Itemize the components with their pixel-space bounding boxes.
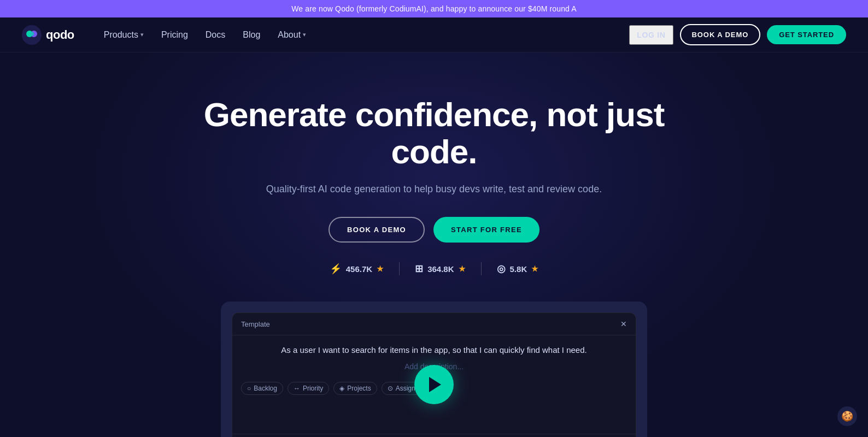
demo-card-container: Template ✕ As a user I want to search fo… xyxy=(221,302,647,437)
star-icon-1: ★ xyxy=(459,264,466,273)
tag-backlog-label: Backlog xyxy=(254,385,277,392)
nav-item-docs[interactable]: Docs xyxy=(198,26,233,44)
demo-card-title: Template xyxy=(241,320,270,328)
svg-point-3 xyxy=(30,32,34,36)
tag-priority[interactable]: ↔ Priority xyxy=(288,382,329,395)
assignee-icon: ⊙ xyxy=(388,385,393,392)
tag-projects[interactable]: ◈ Projects xyxy=(333,382,377,395)
demo-card: Template ✕ As a user I want to search fo… xyxy=(232,312,636,437)
logo-icon xyxy=(22,25,42,45)
hero-title: Generate confidence, not just code. xyxy=(188,96,680,170)
start-free-button[interactable]: START FOR FREE xyxy=(433,217,539,243)
nav-label-docs: Docs xyxy=(206,30,225,40)
hero-section: Generate confidence, not just code. Qual… xyxy=(0,52,868,437)
tag-priority-label: Priority xyxy=(303,385,323,392)
lightning-icon: ⚡ xyxy=(330,263,342,275)
tag-projects-label: Projects xyxy=(347,385,371,392)
nav-links: Products ▾ Pricing Docs Blog About ▾ xyxy=(96,26,629,44)
nav-item-products[interactable]: Products ▾ xyxy=(96,26,151,44)
demo-card-footer: 🔗 Create Issue xyxy=(232,434,636,437)
cookie-icon[interactable]: 🍪 xyxy=(837,406,857,426)
logo[interactable]: qodo xyxy=(22,25,74,45)
play-triangle-icon xyxy=(429,377,441,392)
logo-text: qodo xyxy=(46,28,74,42)
demo-card-header: Template ✕ xyxy=(232,313,636,335)
star-icon-0: ★ xyxy=(377,264,384,273)
book-demo-button-hero[interactable]: BOOK A DEMO xyxy=(329,217,425,243)
hero-subtitle: Quality-first AI code generation to help… xyxy=(266,181,602,197)
book-demo-button-nav[interactable]: BOOK A DEMO xyxy=(680,24,761,45)
stat-value-2: 5.8K xyxy=(510,264,527,274)
stat-item-2: ◎ 5.8K ★ xyxy=(482,263,554,275)
login-button[interactable]: LOG IN xyxy=(629,25,673,45)
play-button[interactable] xyxy=(414,365,454,404)
github-icon: ◎ xyxy=(497,263,506,275)
nav-actions: LOG IN BOOK A DEMO GET STARTED xyxy=(629,24,846,45)
nav-label-pricing: Pricing xyxy=(161,30,188,40)
nav-item-pricing[interactable]: Pricing xyxy=(154,26,196,44)
backlog-icon: ○ xyxy=(247,385,251,392)
close-icon[interactable]: ✕ xyxy=(620,320,627,328)
cookie-emoji: 🍪 xyxy=(841,410,853,422)
demo-main-text: As a user I want to search for items in … xyxy=(241,344,627,357)
stat-value-0: 456.7K xyxy=(346,264,372,274)
star-icon-2: ★ xyxy=(531,264,538,273)
stat-item-0: ⚡ 456.7K ★ xyxy=(314,263,399,275)
grid-icon: ⊞ xyxy=(415,263,423,275)
nav-item-about[interactable]: About ▾ xyxy=(270,26,314,44)
priority-icon: ↔ xyxy=(294,385,300,392)
projects-icon: ◈ xyxy=(339,385,344,392)
nav-label-blog: Blog xyxy=(243,30,260,40)
nav-item-blog[interactable]: Blog xyxy=(235,26,268,44)
chevron-down-icon-about: ▾ xyxy=(303,31,306,38)
stat-item-1: ⊞ 364.8K ★ xyxy=(400,263,480,275)
stat-value-1: 364.8K xyxy=(427,264,454,274)
chevron-down-icon: ▾ xyxy=(140,31,144,38)
stats-row: ⚡ 456.7K ★ ⊞ 364.8K ★ ◎ 5.8K ★ xyxy=(314,262,554,275)
tag-backlog[interactable]: ○ Backlog xyxy=(241,382,283,395)
nav-label-about: About xyxy=(278,30,301,40)
hero-buttons: BOOK A DEMO START FOR FREE xyxy=(329,217,539,243)
get-started-button[interactable]: GET STARTED xyxy=(767,25,846,44)
announcement-bar: We are now Qodo (formerly CodiumAI), and… xyxy=(0,0,868,17)
nav-label-products: Products xyxy=(104,30,138,40)
announcement-text: We are now Qodo (formerly CodiumAI), and… xyxy=(291,4,577,13)
navbar: qodo Products ▾ Pricing Docs Blog About … xyxy=(0,17,868,52)
demo-card-body: As a user I want to search for items in … xyxy=(232,335,636,434)
